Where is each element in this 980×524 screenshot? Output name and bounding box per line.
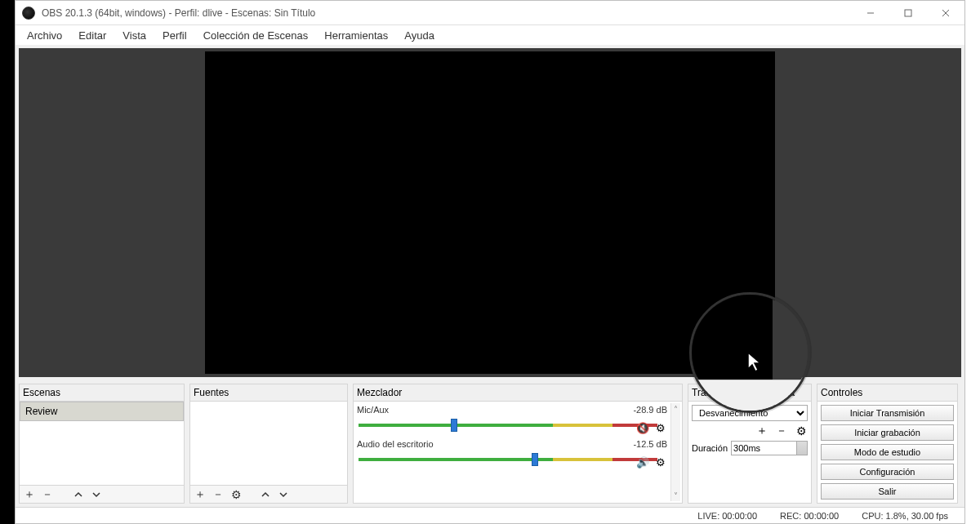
gear-icon: ⚙ [796, 424, 807, 437]
bottom-panels: Escenas Review ＋ － Fuentes ＋ － [16, 380, 964, 507]
left-background [0, 0, 15, 524]
window-buttons [852, 1, 964, 25]
controls-header: Controles [817, 384, 958, 401]
sources-header: Fuentes [189, 384, 348, 401]
source-properties-button[interactable]: ⚙ [229, 488, 243, 501]
speaker-muted-icon: 🔇 [636, 422, 649, 434]
source-add-button[interactable]: ＋ [194, 488, 207, 501]
transition-select[interactable]: Desvanecimiento [692, 405, 808, 421]
chevron-down-icon [92, 491, 100, 499]
scroll-up-icon: ˄ [671, 403, 680, 415]
sources-list[interactable] [189, 401, 348, 486]
scenes-toolbar: ＋ － [19, 486, 185, 504]
source-remove-button[interactable]: － [212, 488, 225, 501]
menu-editar[interactable]: Editar [70, 27, 114, 44]
menubar: Archivo Editar Vista Perfil Colección de… [16, 25, 964, 45]
mixer-header: Mezclador [353, 384, 683, 401]
duration-label: Duración [692, 443, 728, 453]
scenes-header: Escenas [19, 384, 185, 401]
source-move-up-button[interactable] [259, 488, 272, 501]
preview-canvas [205, 51, 775, 374]
chevron-down-icon [279, 491, 287, 499]
status-cpu: CPU: 1.8%, 30.00 fps [862, 511, 948, 521]
scroll-down-icon: ˅ [670, 490, 680, 501]
gear-icon: ⚙ [656, 456, 666, 468]
gear-icon: ⚙ [656, 422, 666, 434]
minimize-button[interactable] [852, 1, 889, 25]
mixer-channel-mic: Mic/Aux -28.9 dB [355, 403, 680, 434]
close-icon [942, 9, 950, 17]
minimize-icon [866, 9, 875, 17]
transition-remove-button[interactable]: － [775, 424, 788, 437]
duration-input[interactable] [731, 441, 808, 455]
start-streaming-button[interactable]: Iniciar Transmisión [821, 405, 954, 421]
speaker-icon: 🔊 [636, 456, 649, 468]
channel-settings-button[interactable]: ⚙ [654, 421, 667, 434]
scenes-list[interactable]: Review [19, 401, 185, 486]
menu-vista[interactable]: Vista [114, 27, 154, 44]
chevron-up-icon [74, 491, 82, 499]
sources-panel: Fuentes ＋ － ⚙ [189, 384, 348, 504]
mute-button[interactable]: 🔊 [636, 455, 649, 468]
menu-herramientas[interactable]: Herramientas [316, 27, 396, 44]
sources-toolbar: ＋ － ⚙ [189, 486, 348, 504]
volume-slider[interactable] [359, 416, 657, 434]
settings-button[interactable]: Configuración [821, 464, 954, 480]
start-recording-button[interactable]: Iniciar grabación [821, 424, 954, 441]
svg-rect-1 [905, 10, 911, 16]
status-rec: REC: 00:00:00 [780, 511, 839, 521]
close-button[interactable] [927, 1, 964, 25]
scene-add-button[interactable]: ＋ [23, 488, 36, 501]
controls-body: Iniciar Transmisión Iniciar grabación Mo… [817, 401, 958, 504]
scenes-panel: Escenas Review ＋ － [19, 384, 185, 504]
source-move-down-button[interactable] [277, 488, 290, 501]
channel-name: Mic/Aux [357, 405, 389, 415]
transition-settings-button[interactable]: ⚙ [795, 424, 808, 437]
chevron-up-icon [261, 491, 270, 499]
transitions-body: Desvanecimiento ＋ － ⚙ Duración [688, 401, 812, 504]
studio-mode-button[interactable]: Modo de estudio [821, 444, 954, 460]
window-title: OBS 20.1.3 (64bit, windows) - Perfil: dl… [42, 7, 852, 19]
status-live: LIVE: 00:00:00 [697, 511, 757, 521]
menu-ayuda[interactable]: Ayuda [396, 27, 443, 44]
mute-button[interactable]: 🔇 [636, 421, 649, 434]
status-bar: LIVE: 00:00:00 REC: 00:00:00 CPU: 1.8%, … [16, 507, 964, 523]
mixer-panel: Mezclador ˄ ˅ Mic/Aux -28.9 dB [353, 384, 683, 504]
scene-move-down-button[interactable] [90, 488, 103, 501]
menu-coleccion[interactable]: Colección de Escenas [195, 27, 317, 44]
maximize-icon [904, 9, 912, 17]
transitions-panel: Transiciones de escena Desvanecimiento ＋… [688, 384, 812, 504]
volume-slider[interactable] [359, 451, 657, 468]
maximize-button[interactable] [889, 1, 927, 25]
mixer-channel-desktop: Audio del escritorio -12.5 dB [355, 437, 680, 468]
preview-area[interactable] [19, 48, 961, 377]
app-window: OBS 20.1.3 (64bit, windows) - Perfil: dl… [15, 0, 965, 524]
channel-settings-button[interactable]: ⚙ [654, 455, 667, 468]
scene-item[interactable]: Review [20, 402, 184, 421]
channel-name: Audio del escritorio [357, 439, 434, 449]
titlebar: OBS 20.1.3 (64bit, windows) - Perfil: dl… [16, 1, 964, 25]
main-area: Escenas Review ＋ － Fuentes ＋ － [16, 45, 964, 523]
exit-button[interactable]: Salir [821, 483, 954, 500]
gear-icon: ⚙ [231, 488, 242, 501]
mixer-body: ˄ ˅ Mic/Aux -28.9 dB [353, 401, 683, 504]
transitions-header: Transiciones de escena [688, 384, 812, 401]
controls-panel: Controles Iniciar Transmisión Iniciar gr… [817, 384, 958, 504]
scene-move-up-button[interactable] [72, 488, 85, 501]
menu-perfil[interactable]: Perfil [154, 27, 195, 44]
obs-logo-icon [22, 7, 35, 20]
transition-add-button[interactable]: ＋ [755, 424, 768, 437]
mixer-scrollbar[interactable]: ˄ ˅ [670, 403, 680, 501]
scene-remove-button[interactable]: － [41, 488, 54, 501]
menu-archivo[interactable]: Archivo [19, 27, 70, 44]
